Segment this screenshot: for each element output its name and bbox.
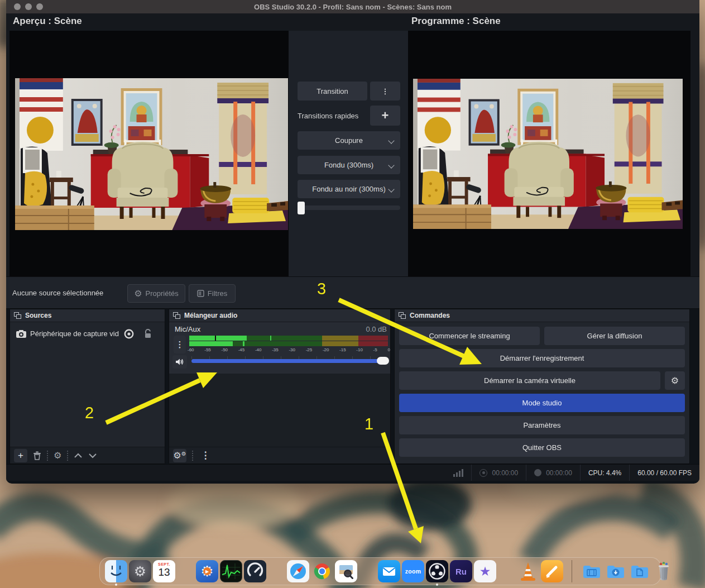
window-title: OBS Studio 30.2.0 - Profil: Sans nom - S…	[6, 3, 699, 11]
meter-tick-label: -60	[188, 347, 194, 353]
transition-menu-button[interactable]: ⋮	[370, 82, 400, 101]
lock-open-icon[interactable]	[143, 329, 152, 339]
movies-folder-icon[interactable]	[581, 560, 603, 582]
zoom-icon[interactable]: zoom	[402, 560, 424, 582]
transition-column: Transition ⋮ Transitions rapides + Coupu…	[289, 31, 408, 276]
workspace: Transition ⋮ Transitions rapides + Coupu…	[6, 31, 699, 276]
volume-slider[interactable]	[191, 359, 386, 363]
mixer-toolbar: ⚙⚙ ⋮	[169, 447, 390, 463]
program-scene-label: Programme : Scène	[411, 16, 501, 27]
video-converter-icon[interactable]: ⚙▶	[196, 560, 218, 582]
obs-icon[interactable]	[426, 560, 448, 582]
pages-icon[interactable]	[541, 560, 563, 582]
documents-folder-icon[interactable]	[629, 560, 651, 582]
audio-monitor-icon[interactable]	[220, 560, 242, 582]
eye-visible-icon[interactable]	[123, 329, 135, 339]
mute-button[interactable]	[172, 355, 187, 369]
source-properties-icon[interactable]: ⚙	[54, 451, 61, 460]
safari-icon[interactable]	[287, 560, 309, 582]
quick-transition-cut[interactable]: Coupure	[298, 131, 400, 150]
advanced-audio-button[interactable]: ⚙⚙	[173, 449, 186, 462]
fade-black-label: Fondu au noir (300ms)	[312, 185, 386, 193]
manage-broadcast-button[interactable]: Gérer la diffusion	[544, 327, 685, 345]
premiere-rush-icon[interactable]: Ru	[450, 560, 472, 582]
preview-canvas[interactable]	[9, 31, 289, 276]
quick-transition-fade-black[interactable]: Fondu au noir (300ms)	[298, 180, 400, 198]
calendar-month: SEPT.	[153, 562, 175, 566]
downloads-folder-icon[interactable]	[605, 560, 627, 582]
settings-button[interactable]: Paramètres	[399, 416, 685, 434]
chrome-icon[interactable]	[311, 560, 333, 582]
start-streaming-button[interactable]: Commencer le streaming	[399, 327, 540, 345]
quit-obs-button[interactable]: Quitter OBS	[399, 438, 685, 457]
meter-tick-label: -15	[339, 347, 346, 353]
source-row[interactable]: Périphérique de capture vid	[10, 326, 165, 342]
speed-gauge-icon[interactable]	[244, 560, 266, 582]
speaker-icon	[175, 358, 184, 366]
controls-body: Commencer le streaming Gérer la diffusio…	[399, 327, 685, 461]
no-source-message: Aucune source sélectionnée	[12, 289, 103, 297]
broadcast-icon	[479, 469, 487, 477]
controls-panel-title: Commandes	[410, 312, 450, 319]
chevron-down-icon	[388, 186, 394, 192]
virtual-camera-settings-button[interactable]: ⚙	[665, 371, 685, 390]
obs-window: OBS Studio 30.2.0 - Profil: Sans nom - S…	[6, 0, 699, 484]
fps-counter: 60.00 / 60.00 FPS	[629, 465, 699, 481]
cpu-usage: CPU: 4.4%	[580, 465, 629, 481]
gears-icon: ⚙⚙	[173, 451, 186, 460]
remove-source-icon[interactable]	[33, 451, 41, 460]
properties-button[interactable]: ⚙ Propriétés	[127, 284, 185, 303]
gear-icon: ⚙	[134, 289, 142, 298]
stream-timer: 00:00:00	[471, 465, 526, 481]
dock: ⚙ SEPT. 13 ⚙▶	[99, 557, 661, 585]
studio-mode-button[interactable]: Mode studio	[399, 394, 685, 412]
mixer-panel-header[interactable]: Mélangeur audio	[169, 309, 390, 322]
finder-icon[interactable]	[105, 560, 127, 582]
source-name: Périphérique de capture vid	[30, 329, 119, 338]
vlc-icon[interactable]	[517, 560, 539, 582]
sources-panel-header[interactable]: Sources	[10, 309, 165, 322]
calendar-icon[interactable]: SEPT. 13	[153, 560, 175, 582]
transition-bar-track[interactable]	[298, 205, 400, 210]
running-indicator	[115, 584, 117, 586]
transition-button[interactable]: Transition	[298, 82, 367, 101]
trash-icon[interactable]	[653, 560, 675, 582]
separator	[67, 451, 68, 461]
move-up-icon[interactable]	[74, 453, 83, 458]
record-time: 00:00:00	[546, 469, 572, 477]
add-source-button[interactable]: +	[14, 449, 27, 462]
quick-transition-fade[interactable]: Fondu (300ms)	[298, 156, 400, 174]
mail-icon[interactable]	[378, 560, 400, 582]
meter-tick-label: -10	[356, 347, 363, 353]
zoom-label: zoom	[405, 568, 421, 575]
float-panel-icon	[399, 312, 406, 319]
mixer-empty-area	[169, 374, 390, 447]
imovie-icon[interactable]: ★	[474, 560, 496, 582]
float-panel-icon	[173, 312, 180, 319]
channel-menu-button[interactable]: ⋮	[174, 336, 186, 353]
mixer-menu-button[interactable]: ⋮	[199, 449, 212, 462]
properties-label: Propriétés	[146, 289, 179, 298]
rush-label: Ru	[455, 567, 467, 576]
start-virtual-camera-button[interactable]: Démarrer la caméra virtuelle	[399, 371, 660, 390]
add-quick-transition-button[interactable]: +	[370, 106, 400, 126]
program-video	[413, 79, 683, 229]
signal-bars-icon	[453, 469, 463, 477]
preview-app-icon[interactable]	[335, 560, 357, 582]
dock-divider	[572, 560, 572, 582]
volume-slider-handle[interactable]	[377, 357, 389, 365]
move-down-icon[interactable]	[88, 453, 97, 458]
program-canvas[interactable]	[408, 31, 690, 276]
filters-icon	[197, 290, 204, 297]
start-recording-button[interactable]: Démarrer l'enregistrement	[399, 349, 685, 367]
sources-panel: Sources Périphérique de capture vid +	[9, 309, 165, 464]
meter-scale: -60-55-50-45-40-35-30-25-20-15-10-50	[188, 347, 390, 353]
transition-bar-handle[interactable]	[298, 202, 305, 214]
filters-button[interactable]: Filtres	[189, 284, 236, 303]
meter-tick-label: -45	[238, 347, 245, 353]
video-capture-icon	[16, 330, 26, 338]
system-settings-icon[interactable]: ⚙	[129, 560, 151, 582]
controls-panel-header[interactable]: Commandes	[395, 309, 689, 322]
running-indicator	[436, 584, 438, 586]
quick-transitions-label: Transitions rapides	[298, 112, 358, 120]
